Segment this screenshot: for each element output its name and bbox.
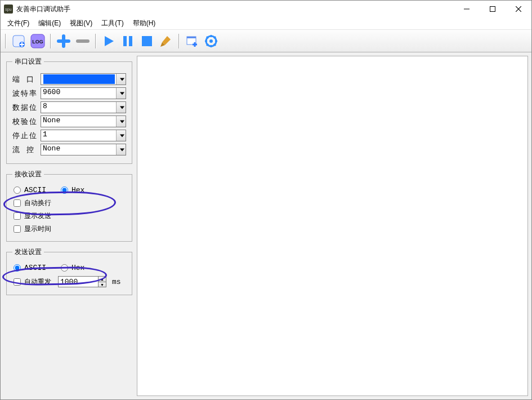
svg-marker-5 — [105, 36, 114, 46]
connect-icon — [12, 34, 25, 48]
gear-icon — [204, 34, 218, 48]
recv-ascii-label: ASCII — [24, 186, 46, 194]
baud-select[interactable]: 9600 — [41, 87, 126, 99]
clean-button[interactable] — [158, 33, 174, 49]
menu-tools[interactable]: 工具(T) — [97, 17, 128, 29]
minus-icon — [76, 34, 90, 48]
toolbar: LOG — [1, 30, 531, 52]
resend-interval-input[interactable] — [58, 276, 99, 287]
maximize-button[interactable] — [480, 1, 506, 17]
sidebar: 串口设置 端 口 波特率 9600 数据位 — [1, 52, 137, 399]
recv-ascii-radio[interactable]: ASCII — [14, 186, 46, 194]
play-button[interactable] — [101, 33, 117, 49]
toolbar-separator — [50, 34, 51, 48]
settings-button[interactable] — [203, 33, 219, 49]
window-title: 友善串口调试助手 — [16, 5, 454, 14]
send-settings-legend: 发送设置 — [12, 247, 44, 257]
show-time-label: 显示时间 — [24, 224, 51, 234]
show-time-checkbox[interactable] — [14, 225, 21, 233]
data-bits-label: 数据位 — [12, 103, 41, 113]
receive-settings-legend: 接收设置 — [12, 170, 44, 179]
stop-bits-select[interactable]: 1 — [41, 130, 126, 141]
plus-icon — [57, 34, 70, 48]
parity-select[interactable]: None — [41, 115, 126, 127]
flow-label: 流 控 — [12, 145, 41, 155]
new-window-button[interactable] — [184, 33, 200, 49]
serial-settings-group: 串口设置 端 口 波特率 9600 数据位 — [6, 57, 132, 164]
receive-area[interactable] — [137, 56, 528, 396]
port-select[interactable] — [41, 73, 126, 85]
svg-rect-10 — [187, 37, 196, 38]
svg-rect-6 — [123, 36, 127, 46]
remove-button[interactable] — [75, 33, 91, 49]
send-ascii-radio[interactable]: ASCII — [14, 264, 46, 272]
pause-icon — [121, 34, 135, 48]
menu-view[interactable]: 视图(V) — [65, 17, 97, 29]
menu-help[interactable]: 帮助(H) — [128, 17, 160, 29]
auto-resend-label: 自动重发 — [24, 277, 51, 287]
flow-select[interactable]: None — [41, 144, 126, 155]
auto-wrap-checkbox[interactable] — [14, 199, 21, 207]
new-window-icon — [185, 34, 199, 48]
menu-edit[interactable]: 编辑(E) — [34, 17, 65, 29]
baud-label: 波特率 — [12, 88, 41, 99]
body-area: 串口设置 端 口 波特率 9600 数据位 — [1, 52, 531, 399]
recv-hex-radio[interactable]: Hex — [61, 186, 84, 194]
auto-wrap-label: 自动换行 — [24, 198, 51, 208]
parity-label: 校验位 — [12, 117, 41, 127]
main-window: spu 友善串口调试助手 文件(F) 编辑(E) 视图(V) 工具(T) 帮助(… — [0, 0, 532, 400]
menu-file[interactable]: 文件(F) — [3, 17, 34, 29]
titlebar: spu 友善串口调试助手 — [1, 1, 531, 17]
interval-unit: ms — [112, 278, 121, 286]
stop-button[interactable] — [139, 33, 155, 49]
interval-spinner[interactable]: ▲▼ — [99, 276, 106, 287]
pause-button[interactable] — [120, 33, 136, 49]
stop-icon — [140, 34, 154, 48]
minimize-button[interactable] — [454, 1, 480, 17]
add-button[interactable] — [56, 33, 71, 49]
connect-button[interactable] — [11, 33, 26, 49]
svg-text:LOG: LOG — [32, 39, 43, 45]
receive-settings-group: 接收设置 ASCII Hex 自动换行 — [6, 170, 132, 242]
svg-point-12 — [209, 39, 213, 43]
app-icon: spu — [4, 5, 13, 14]
svg-rect-7 — [129, 36, 132, 46]
show-send-label: 显示发送 — [24, 211, 51, 221]
log-button[interactable]: LOG — [30, 33, 46, 49]
svg-rect-8 — [142, 36, 152, 46]
log-icon: LOG — [30, 34, 45, 48]
menubar: 文件(F) 编辑(E) 视图(V) 工具(T) 帮助(H) — [1, 17, 531, 30]
toolbar-separator — [178, 34, 180, 48]
toolbar-separator — [95, 34, 96, 48]
broom-icon — [159, 34, 173, 48]
svg-rect-0 — [490, 7, 495, 12]
recv-hex-label: Hex — [71, 186, 84, 194]
data-bits-select[interactable]: 8 — [41, 101, 126, 113]
show-send-checkbox[interactable] — [14, 212, 21, 220]
auto-resend-checkbox[interactable] — [14, 278, 21, 286]
toolbar-separator — [5, 34, 6, 48]
port-label: 端 口 — [12, 74, 41, 85]
send-hex-label: Hex — [71, 264, 84, 272]
send-ascii-label: ASCII — [24, 264, 46, 272]
play-icon — [102, 34, 115, 48]
stop-bits-label: 停止位 — [12, 131, 41, 141]
send-settings-group: 发送设置 ASCII Hex 自动重发 — [6, 247, 132, 295]
send-hex-radio[interactable]: Hex — [61, 264, 84, 272]
serial-settings-legend: 串口设置 — [12, 57, 44, 66]
close-button[interactable] — [506, 1, 531, 17]
window-controls — [454, 1, 531, 17]
